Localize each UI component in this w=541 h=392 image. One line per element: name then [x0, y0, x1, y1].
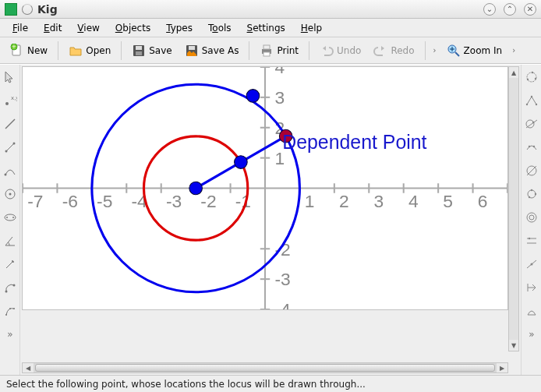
scroll-up-icon[interactable]: ▲: [509, 67, 518, 78]
svg-text:-2: -2: [200, 191, 216, 211]
reflect-tool[interactable]: [524, 280, 539, 295]
transform-tool[interactable]: [524, 303, 539, 319]
open-button[interactable]: Open: [63, 41, 116, 61]
angle-tool[interactable]: [2, 233, 18, 249]
tangent-tool[interactable]: [524, 186, 539, 202]
arc-tool[interactable]: [2, 280, 18, 295]
scroll-right-icon[interactable]: ▶: [497, 363, 507, 373]
pointer-tool[interactable]: [2, 69, 18, 85]
zoomin-button[interactable]: Zoom In: [441, 41, 508, 61]
right-tool-palette: »: [521, 65, 541, 375]
point-tool[interactable]: x,y: [2, 93, 18, 108]
menubar: File Edit View Objects Types Tools Setti…: [0, 19, 541, 37]
new-button[interactable]: + New: [5, 41, 53, 61]
svg-point-29: [12, 284, 15, 287]
menu-help[interactable]: Help: [295, 21, 328, 35]
toolbar-overflow-left[interactable]: ›: [430, 46, 440, 55]
save-button[interactable]: Save: [126, 41, 177, 61]
svg-point-89: [531, 72, 532, 73]
hscroll-thumb[interactable]: [35, 364, 495, 372]
undo-button[interactable]: Undo: [314, 41, 366, 61]
svg-point-87: [526, 79, 528, 80]
new-icon: +: [10, 44, 24, 58]
svg-rect-9: [263, 45, 270, 49]
drawing-canvas[interactable]: -7-6-5-4-3-2-11234567-4-3-21234Dependent…: [22, 66, 508, 310]
perpendicular-tool[interactable]: [524, 163, 539, 178]
segment-tool[interactable]: [2, 139, 18, 155]
midpoint-tool[interactable]: [524, 256, 539, 272]
svg-point-88: [534, 78, 536, 79]
svg-text:-3: -3: [274, 269, 290, 289]
main-toolbar: + New Open Save Save As Print Undo: [0, 37, 541, 64]
svg-text:-7: -7: [27, 191, 43, 211]
vertical-scrollbar[interactable]: ▲ ▼: [508, 66, 519, 351]
svg-rect-7: [189, 46, 195, 50]
menu-tools[interactable]: Tools: [202, 21, 238, 35]
curve-tool[interactable]: [2, 163, 18, 178]
svg-point-30: [5, 314, 7, 316]
horizontal-scrollbar[interactable]: ◀ ▶: [22, 362, 508, 373]
redo-icon: [373, 44, 387, 58]
concentric-tool[interactable]: [524, 210, 539, 225]
svg-line-17: [5, 119, 15, 129]
conic-tool[interactable]: [2, 210, 18, 225]
svg-point-19: [5, 150, 7, 153]
svg-point-108: [528, 238, 529, 239]
polygon-tool[interactable]: [2, 303, 18, 319]
menu-objects[interactable]: Objects: [109, 21, 157, 35]
svg-point-101: [530, 189, 532, 191]
redo-button[interactable]: Redo: [368, 41, 419, 61]
svg-point-92: [530, 96, 532, 97]
parallel-tool[interactable]: [524, 233, 539, 249]
saveas-icon: [185, 44, 199, 58]
zoomin-icon: [447, 44, 461, 58]
print-icon: [260, 44, 274, 58]
svg-rect-4: [136, 46, 142, 50]
svg-point-90: [525, 104, 527, 105]
svg-text:5: 5: [443, 191, 453, 211]
scroll-down-icon[interactable]: ▼: [509, 340, 518, 351]
svg-line-12: [455, 52, 459, 56]
circle-center-tool[interactable]: [2, 186, 18, 202]
right-overflow[interactable]: »: [524, 327, 539, 342]
triangle-tool[interactable]: [524, 93, 539, 108]
svg-text:-5: -5: [97, 191, 112, 211]
maximize-button[interactable]: ⌃: [504, 3, 516, 16]
vector-tool[interactable]: [2, 256, 18, 272]
menu-view[interactable]: View: [71, 21, 105, 35]
svg-point-95: [532, 122, 533, 123]
scroll-left-icon[interactable]: ◀: [23, 363, 34, 373]
menu-edit[interactable]: Edit: [37, 21, 68, 35]
svg-point-105: [529, 215, 534, 220]
minimize-button[interactable]: ⌄: [483, 3, 496, 16]
locus-tool[interactable]: [524, 139, 539, 155]
saveas-button[interactable]: Save As: [179, 41, 245, 61]
svg-point-83: [235, 156, 248, 169]
circle3pt-tool[interactable]: [524, 69, 539, 85]
save-label: Save: [149, 45, 171, 56]
svg-point-21: [4, 174, 6, 176]
undo-label: Undo: [337, 45, 361, 56]
toolbar-overflow-right[interactable]: ›: [509, 46, 518, 55]
menu-file[interactable]: File: [6, 21, 34, 35]
saveas-label: Save As: [202, 45, 239, 56]
print-label: Print: [277, 45, 299, 56]
intersect-tool[interactable]: [524, 116, 539, 132]
svg-point-20: [12, 143, 15, 145]
canvas-wrap: -7-6-5-4-3-2-11234567-4-3-21234Dependent…: [20, 65, 521, 375]
svg-point-26: [12, 217, 14, 218]
save-icon: [132, 44, 146, 58]
print-button[interactable]: Print: [254, 41, 304, 61]
line-tool[interactable]: [2, 116, 18, 132]
svg-point-104: [527, 213, 536, 222]
svg-point-97: [532, 146, 534, 147]
svg-point-32: [13, 308, 15, 309]
close-button[interactable]: ✕: [524, 3, 536, 16]
svg-point-102: [534, 193, 536, 195]
left-overflow[interactable]: »: [2, 327, 18, 342]
svg-text:»: »: [529, 329, 534, 340]
busy-icon: [22, 4, 33, 15]
menu-types[interactable]: Types: [160, 21, 199, 35]
menu-settings[interactable]: Settings: [241, 21, 292, 35]
window-titlebar: Kig ⌄ ⌃ ✕: [0, 0, 541, 19]
